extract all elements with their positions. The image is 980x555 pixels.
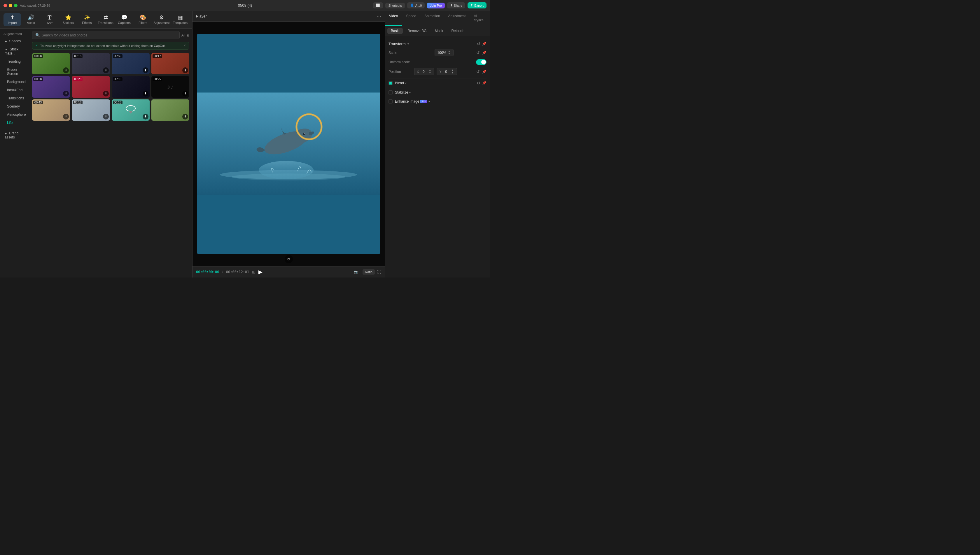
blend-checkbox[interactable]: ✓ xyxy=(389,81,393,85)
scale-pin-button[interactable]: 📌 xyxy=(482,51,487,55)
video-thumb-7[interactable]: 00:16 ⬇ xyxy=(112,76,149,97)
rotate-icon[interactable]: ↻ xyxy=(285,255,293,263)
video-thumb-8[interactable]: ♪♪ 00:25 ⬇ xyxy=(151,76,189,97)
monitor-button[interactable]: ⬜ xyxy=(373,2,383,8)
enhance-checkbox[interactable] xyxy=(389,99,393,103)
tool-effects[interactable]: ✨ Effects xyxy=(78,13,96,26)
pos-x-up-button[interactable]: ▲ xyxy=(428,69,432,71)
maximize-button[interactable] xyxy=(14,4,18,7)
duration-badge: 00:16 xyxy=(113,77,122,81)
storyboard-button[interactable]: ⊞ xyxy=(252,269,255,274)
sidebar-item-intro[interactable]: Intro&End xyxy=(1,86,28,94)
join-pro-button[interactable]: Join Pro xyxy=(427,3,445,8)
download-icon[interactable]: ⬇ xyxy=(103,114,109,120)
blend-pin-button[interactable]: 📌 xyxy=(482,81,487,85)
share-button[interactable]: ⬆ Share xyxy=(447,2,465,8)
minimize-button[interactable] xyxy=(9,4,12,7)
search-input[interactable] xyxy=(42,33,177,37)
subtab-mask[interactable]: Mask xyxy=(431,28,447,34)
download-icon[interactable]: ⬇ xyxy=(103,67,109,73)
tool-captions[interactable]: 💬 Captions xyxy=(116,13,133,26)
video-thumb-4[interactable]: 00:17 ⬇ xyxy=(151,53,189,74)
tab-video[interactable]: Video xyxy=(385,11,402,26)
pos-x-down-button[interactable]: ▼ xyxy=(428,72,432,74)
tool-filters[interactable]: 🎨 Filters xyxy=(134,13,152,26)
captions-icon: 💬 xyxy=(121,15,127,20)
video-thumb-2[interactable]: 00:15 ⬇ xyxy=(72,53,110,74)
position-pin-button[interactable]: 📌 xyxy=(482,70,487,74)
uniform-scale-toggle[interactable] xyxy=(476,59,487,65)
notice-close-button[interactable]: ✕ xyxy=(183,44,186,48)
download-icon[interactable]: ⬇ xyxy=(103,91,109,96)
scale-up-button[interactable]: ▲ xyxy=(447,50,451,53)
transform-pin-button[interactable]: 📌 xyxy=(482,42,487,46)
sidebar-item-stock[interactable]: ▼ Stock mate... xyxy=(1,45,28,57)
player-menu-button[interactable]: ⋯ xyxy=(376,13,381,19)
tool-templates[interactable]: ▦ Templates xyxy=(172,13,189,26)
tool-audio[interactable]: 🔊 Audio xyxy=(22,13,40,26)
search-input-wrap[interactable]: 🔍 xyxy=(32,31,180,39)
subtab-removebg[interactable]: Remove BG xyxy=(404,28,430,34)
scale-reset-button[interactable]: ↺ xyxy=(476,50,480,55)
tab-adjustment[interactable]: Adjustment xyxy=(444,11,470,26)
uniform-scale-label: Uniform scale xyxy=(389,60,412,64)
download-icon[interactable]: ⬇ xyxy=(143,91,148,96)
sidebar-item-brand[interactable]: ▶ Brand assets xyxy=(1,130,28,141)
subtab-retouch[interactable]: Retouch xyxy=(448,28,468,34)
video-thumb-1[interactable]: 00:08 ⬇ xyxy=(32,53,70,74)
download-icon[interactable]: ⬇ xyxy=(143,114,148,120)
right-content: Transform ▾ ↺ 📌 Scale 100% ▲ ▼ ↺ 📌 xyxy=(385,36,490,278)
download-icon[interactable]: ⬇ xyxy=(63,91,69,96)
sidebar-item-spaces[interactable]: ▶ Spaces xyxy=(1,37,28,45)
sidebar-item-life[interactable]: Life xyxy=(1,119,28,127)
duration-badge: 00:43 xyxy=(33,101,43,104)
sidebar-item-transitions[interactable]: Transitions xyxy=(1,95,28,102)
export-button[interactable]: ⬆ Export xyxy=(468,2,487,8)
stabilize-checkbox[interactable] xyxy=(389,90,393,95)
tool-transitions[interactable]: ⇄ Transitions xyxy=(97,13,114,26)
pos-y-down-button[interactable]: ▼ xyxy=(451,72,455,74)
download-icon[interactable]: ⬇ xyxy=(182,114,188,120)
position-x-value: 0 xyxy=(420,70,427,74)
transform-reset-button[interactable]: ↺ xyxy=(477,42,480,46)
download-icon[interactable]: ⬇ xyxy=(182,91,188,96)
position-y-wrap[interactable]: Y 0 ▲ ▼ xyxy=(437,68,457,75)
pos-y-up-button[interactable]: ▲ xyxy=(451,69,455,71)
tool-import[interactable]: ⬆ Import xyxy=(3,13,21,26)
video-thumb-5[interactable]: 00:28 ⬇ xyxy=(32,76,70,97)
blend-row: ✓ Blend ▾ ↺ 📌 xyxy=(389,81,487,85)
user-avatar[interactable]: 👤 A...0 xyxy=(407,2,425,8)
close-button[interactable] xyxy=(3,4,7,7)
video-thumb-11[interactable]: 00:13 ⬇ xyxy=(112,99,149,121)
video-thumb-10[interactable]: 00:18 ⬇ xyxy=(72,99,110,121)
fullscreen-button[interactable]: ⛶ xyxy=(377,269,381,274)
sidebar-item-greenscreen[interactable]: Green Screen xyxy=(1,66,28,77)
tool-text[interactable]: T Text xyxy=(41,13,58,27)
shortcuts-button[interactable]: Shortcuts xyxy=(385,3,405,8)
tool-adjustment[interactable]: ⚙ Adjustment xyxy=(153,13,170,26)
download-icon[interactable]: ⬇ xyxy=(63,114,69,120)
video-thumb-6[interactable]: 00:29 ⬇ xyxy=(72,76,110,97)
scale-value-wrap[interactable]: 100% ▲ ▼ xyxy=(435,49,453,56)
tab-animation[interactable]: Animation xyxy=(420,11,444,26)
download-icon[interactable]: ⬇ xyxy=(143,67,148,73)
all-filter-button[interactable]: All ⊞ xyxy=(182,33,189,37)
position-x-wrap[interactable]: X 0 ▲ ▼ xyxy=(414,68,434,75)
play-button[interactable]: ▶ xyxy=(259,269,262,275)
ratio-button[interactable]: Ratio xyxy=(363,269,375,274)
tool-stickers[interactable]: ⭐ Stickers xyxy=(59,13,77,26)
blend-reset-button[interactable]: ↺ xyxy=(477,81,480,85)
video-thumb-12[interactable]: ⬇ xyxy=(151,99,189,121)
sidebar-item-scenery[interactable]: Scenery xyxy=(1,103,28,110)
video-thumb-9[interactable]: 00:43 ⬇ xyxy=(32,99,70,121)
sidebar-item-background[interactable]: Background xyxy=(1,78,28,86)
tab-speed[interactable]: Speed xyxy=(402,11,420,26)
screenshot-button[interactable]: 📷 xyxy=(352,269,360,275)
sidebar-item-trending[interactable]: Trending xyxy=(1,58,28,65)
tab-ai-stylize[interactable]: AI stylize xyxy=(470,11,490,26)
position-reset-button[interactable]: ↺ xyxy=(476,69,480,74)
scale-down-button[interactable]: ▼ xyxy=(447,53,451,55)
subtab-basic[interactable]: Basic xyxy=(387,28,403,34)
sidebar-item-atmosphere[interactable]: Atmosphere xyxy=(1,111,28,118)
video-thumb-3[interactable]: 00:59 ⬇ xyxy=(112,53,149,74)
